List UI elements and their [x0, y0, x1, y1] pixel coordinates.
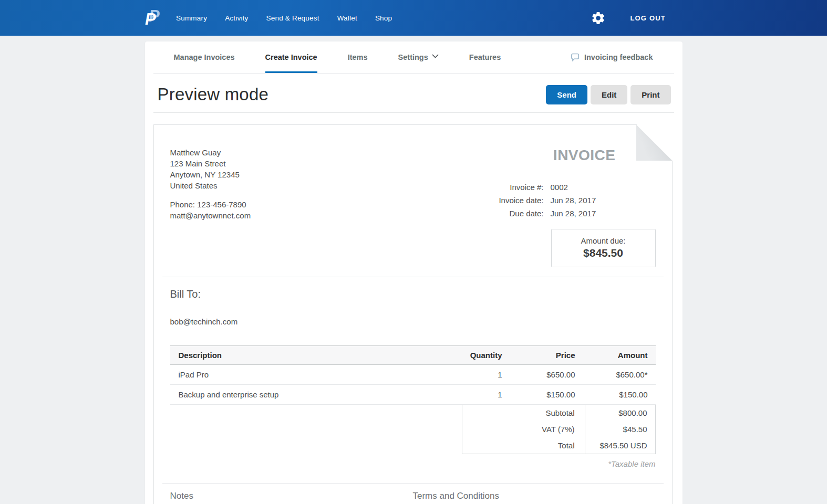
invoice-date: Jun 28, 2017: [551, 196, 603, 209]
subtotal-value: $800.00: [585, 405, 655, 421]
nav-item-wallet[interactable]: Wallet: [337, 14, 357, 22]
edit-button[interactable]: Edit: [591, 85, 627, 104]
amount-due-box: Amount due: $845.50: [551, 229, 656, 267]
page-header: Preview mode Send Edit Print: [145, 74, 683, 112]
tab-items[interactable]: Items: [348, 41, 368, 73]
total-value: $845.50 USD: [585, 437, 655, 454]
vat-value: $45.50: [585, 421, 655, 437]
sender-street: 123 Main Street: [170, 158, 251, 169]
print-button[interactable]: Print: [630, 85, 670, 104]
main-card: Manage Invoices Create Invoice Items Set…: [145, 41, 683, 504]
amount-due-value: $845.50: [552, 247, 655, 259]
sender-email: matt@anytownnet.com: [170, 210, 251, 221]
header-divider: [153, 112, 674, 113]
bill-to-title: Bill To:: [170, 288, 656, 300]
nav-item-send-request[interactable]: Send & Request: [266, 14, 319, 22]
notes-terms-section: Notes Please have all accounts and app i…: [154, 484, 672, 504]
invoice-number-row: Invoice #: 0002: [472, 183, 603, 196]
notes-title: Notes: [170, 491, 413, 501]
page-title: Preview mode: [158, 85, 269, 104]
settings-gear-icon[interactable]: [591, 10, 606, 26]
terms-title: Terms and Conditions: [413, 491, 656, 501]
notes-block: Notes Please have all accounts and app i…: [170, 491, 413, 504]
header-buttons: Send Edit Print: [546, 85, 670, 104]
sender-phone: Phone: 123-456-7890: [170, 199, 251, 210]
col-header-quantity: Quantity: [462, 346, 512, 365]
invoice-meta: Invoice #: 0002 Invoice date: Jun 28, 20…: [472, 183, 603, 222]
invoicing-feedback-link[interactable]: Invoicing feedback: [570, 41, 653, 73]
taxable-item-note: *Taxable item: [170, 459, 656, 468]
invoice-preview-paper: INVOICE Matthew Guay 123 Main Street Any…: [153, 124, 673, 504]
table-row: iPad Pro 1 $650.00 $650.00*: [170, 365, 656, 385]
page-fold-corner: [636, 124, 673, 161]
sender-city: Anytown, NY 12345: [170, 169, 251, 180]
tab-manage-invoices[interactable]: Manage Invoices: [174, 41, 235, 73]
invoice-watermark: INVOICE: [553, 147, 616, 164]
nav-item-activity[interactable]: Activity: [225, 14, 248, 22]
subtotal-row: Subtotal $800.00: [462, 405, 655, 421]
tab-create-invoice[interactable]: Create Invoice: [265, 41, 317, 73]
vat-row: VAT (7%) $45.50: [462, 421, 655, 437]
col-header-price: Price: [512, 346, 585, 365]
invoice-tabstrip: Manage Invoices Create Invoice Items Set…: [153, 41, 674, 74]
nav-item-summary[interactable]: Summary: [176, 14, 207, 22]
paypal-logo-icon[interactable]: P P: [144, 7, 163, 29]
line-items-table: Description Quantity Price Amount iPad P…: [170, 345, 656, 405]
invoice-date-row: Invoice date: Jun 28, 2017: [472, 196, 603, 209]
due-date: Jun 28, 2017: [551, 209, 603, 222]
table-row: Backup and enterprise setup 1 $150.00 $1…: [170, 385, 656, 405]
col-header-amount: Amount: [585, 346, 656, 365]
sender-name: Matthew Guay: [170, 147, 251, 158]
nav-item-shop[interactable]: Shop: [375, 14, 392, 22]
col-header-description: Description: [170, 346, 462, 365]
due-date-row: Due date: Jun 28, 2017: [472, 209, 603, 222]
speech-bubble-icon: [570, 52, 580, 62]
chevron-down-icon: [432, 54, 439, 58]
top-navigation: P P Summary Activity Send & Request Wall…: [0, 0, 827, 36]
table-header-row: Description Quantity Price Amount: [170, 346, 656, 365]
bill-to-section: Bill To: bob@techinch.com: [154, 277, 672, 326]
terms-block: Terms and Conditions iPad Pro includes 1…: [413, 491, 656, 504]
invoice-head: Matthew Guay 123 Main Street Anytown, NY…: [154, 125, 672, 222]
totals-box: Subtotal $800.00 VAT (7%) $45.50 Total $…: [462, 405, 656, 454]
sender-country: United States: [170, 180, 251, 191]
send-button[interactable]: Send: [546, 85, 587, 104]
tab-features[interactable]: Features: [469, 41, 501, 73]
sender-address-block: Matthew Guay 123 Main Street Anytown, NY…: [170, 147, 251, 222]
nav-menu: Summary Activity Send & Request Wallet S…: [176, 14, 392, 22]
bill-to-email: bob@techinch.com: [170, 317, 656, 326]
logout-button[interactable]: LOG OUT: [630, 14, 666, 22]
total-row: Total $845.50 USD: [462, 437, 655, 454]
invoice-number: 0002: [551, 183, 603, 196]
tab-settings[interactable]: Settings: [398, 41, 439, 73]
amount-due-label: Amount due:: [552, 236, 655, 245]
